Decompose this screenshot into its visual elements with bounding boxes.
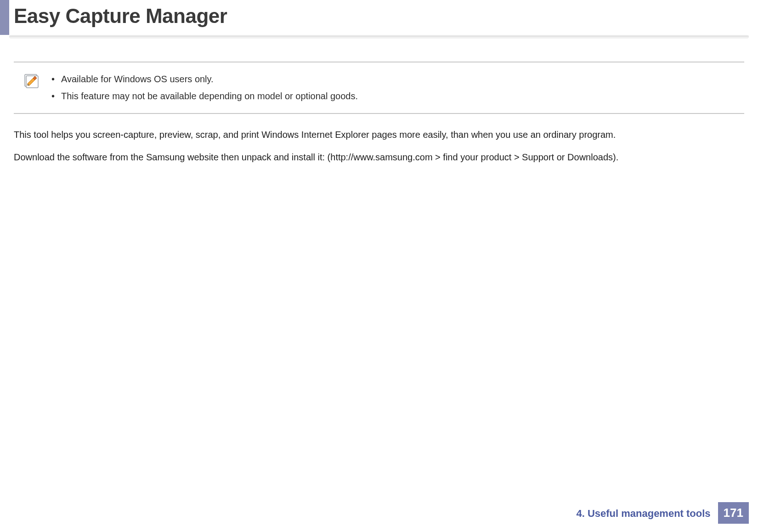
note-icon-wrap bbox=[18, 71, 40, 88]
note-item: This feature may not be available depend… bbox=[49, 88, 358, 105]
header-accent-bar bbox=[0, 0, 9, 35]
body-content: This tool helps you screen-capture, prev… bbox=[14, 128, 744, 164]
page-header: Easy Capture Manager bbox=[0, 0, 758, 35]
footer-chapter-label: 4. Useful management tools bbox=[576, 503, 718, 523]
note-pencil-icon bbox=[23, 72, 40, 88]
body-paragraph: This tool helps you screen-capture, prev… bbox=[14, 128, 744, 142]
note-callout: Available for Windows OS users only. Thi… bbox=[14, 62, 744, 114]
page-title: Easy Capture Manager bbox=[9, 0, 227, 35]
note-item: Available for Windows OS users only. bbox=[49, 71, 358, 88]
body-paragraph: Download the software from the Samsung w… bbox=[14, 150, 744, 164]
header-divider bbox=[9, 35, 749, 39]
note-list: Available for Windows OS users only. Thi… bbox=[49, 71, 358, 105]
page-footer: 4. Useful management tools 171 bbox=[576, 502, 749, 524]
footer-page-number: 171 bbox=[718, 502, 749, 524]
